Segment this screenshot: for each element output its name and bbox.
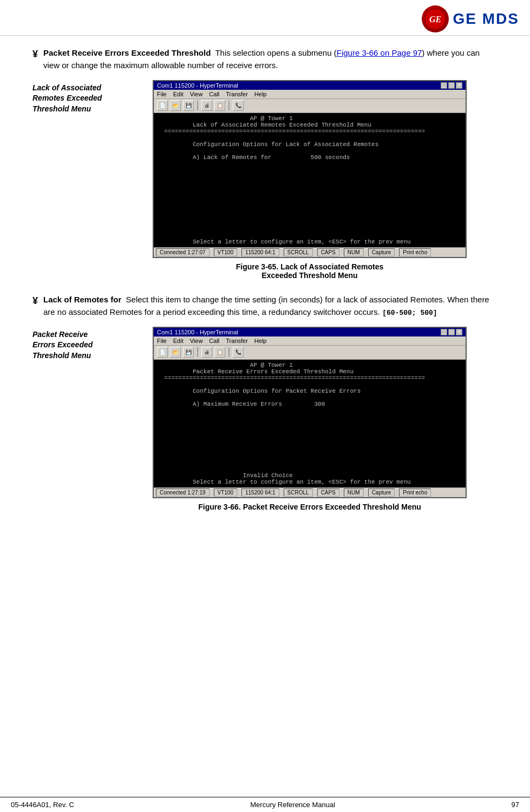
figure-link[interactable]: Figure 3-66 on Page 97 [337, 48, 422, 57]
figure-caption-1: Figure 3-65. Lack of Associated RemotesE… [236, 262, 384, 280]
status-capture-2: Capture [368, 488, 395, 497]
status-num-2: NUM [344, 488, 364, 497]
bullet-symbol: ¥ [32, 47, 38, 72]
terminal-toolbar-2: 📄 📂 💾 🖨 📋 📞 [154, 346, 466, 360]
terminal-menubar-2: File Edit View Call Transfer Help [154, 336, 466, 346]
section1-terminal-area: Com1 115200 - HyperTerminal _ □ ✕ File E… [122, 80, 498, 285]
status-baud-1: 115200 64:1 [241, 248, 279, 256]
toolbar-btn-new-2[interactable]: 📄 [157, 347, 168, 358]
menu-edit-2[interactable]: Edit [173, 338, 184, 344]
status-baud-2: 115200 64:1 [241, 488, 279, 497]
toolbar-btn-open[interactable]: 📂 [170, 100, 181, 111]
terminal-titlebar-2: Com1 115200 - HyperTerminal _ □ ✕ [154, 328, 466, 336]
toolbar-btn-open-2[interactable]: 📂 [170, 347, 181, 358]
maximize-btn-2[interactable]: □ [448, 329, 455, 335]
close-btn-1[interactable]: ✕ [456, 82, 462, 89]
terminal-title-2: Com1 115200 - HyperTerminal [157, 329, 238, 335]
main-content: ¥ Packet Receive Errors Exceeded Thresho… [0, 41, 530, 530]
svg-text:GE: GE [429, 15, 441, 24]
minimize-btn-1[interactable]: _ [441, 82, 447, 89]
status-connected-1: Connected 1:27:07 [156, 248, 210, 256]
status-caps-2: CAPS [317, 488, 339, 497]
footer-left: 05-4446A01, Rev. C [11, 801, 74, 809]
section2: Packet ReceiveErrors ExceededThreshold M… [32, 327, 498, 517]
terminal-toolbar-1: 📄 📂 💾 🖨 📋 📞 [154, 99, 466, 113]
terminal-window-1: Com1 115200 - HyperTerminal _ □ ✕ File E… [153, 80, 467, 258]
status-vt-1: VT100 [214, 248, 237, 256]
toolbar-btn-print[interactable]: 🖨 [201, 100, 212, 111]
lack-of-remotes-description: ¥ Lack of Remotes for Select this item t… [32, 293, 498, 319]
terminal-window-2: Com1 115200 - HyperTerminal _ □ ✕ File E… [153, 327, 467, 498]
toolbar-sep-4 [228, 347, 230, 357]
terminal-titlebar-1: Com1 115200 - HyperTerminal _ □ ✕ [154, 81, 466, 90]
menu-file-1[interactable]: File [157, 91, 167, 97]
terminal-title-1: Com1 115200 - HyperTerminal [157, 82, 238, 89]
toolbar-sep-3 [197, 347, 198, 357]
page-header: GE GE MDS [0, 0, 530, 36]
menu-transfer-1[interactable]: Transfer [226, 91, 248, 97]
menu-view-2[interactable]: View [190, 338, 203, 344]
status-printecho-1: Print echo [399, 248, 431, 256]
status-connected-2: Connected 1:27:19 [156, 488, 210, 497]
status-scroll-1: SCROLL [284, 248, 313, 256]
menu-help-1[interactable]: Help [254, 91, 267, 97]
minimize-btn-2[interactable]: _ [441, 329, 447, 335]
titlebar-controls-2[interactable]: _ □ ✕ [441, 329, 462, 335]
menu-view-1[interactable]: View [190, 91, 203, 97]
toolbar-btn-print-2[interactable]: 🖨 [201, 347, 212, 358]
menu-edit-1[interactable]: Edit [173, 91, 184, 97]
footer-center: Mercury Reference Manual [250, 801, 335, 809]
toolbar-btn-new[interactable]: 📄 [157, 100, 168, 111]
toolbar-btn-save[interactable]: 💾 [183, 100, 194, 111]
menu-call-2[interactable]: Call [209, 338, 219, 344]
status-caps-1: CAPS [317, 248, 339, 256]
bullet-symbol-2: ¥ [32, 294, 38, 319]
section1-side-label: Lack of AssociatedRemotes ExceededThresh… [32, 80, 122, 115]
toolbar-btn-copy[interactable]: 📋 [214, 100, 225, 111]
status-vt-2: VT100 [214, 488, 237, 497]
maximize-btn-1[interactable]: □ [448, 82, 455, 89]
status-scroll-2: SCROLL [284, 488, 313, 497]
terminal-statusbar-2: Connected 1:27:19 VT100 115200 64:1 SCRO… [154, 487, 466, 497]
bullet-label: Packet Receive Errors Exceeded Threshold [43, 48, 211, 57]
menu-file-2[interactable]: File [157, 338, 167, 344]
menu-help-2[interactable]: Help [254, 338, 267, 344]
range-value: [60-500; 500] [382, 309, 437, 317]
terminal-menubar-1: File Edit View Call Transfer Help [154, 90, 466, 99]
terminal-screen-2: AP @ Tower 1 Packet Receive Errors Excee… [154, 360, 466, 487]
section2-terminal-area: Com1 115200 - HyperTerminal _ □ ✕ File E… [122, 327, 498, 517]
terminal-statusbar-1: Connected 1:27:07 VT100 115200 64:1 SCRO… [154, 247, 466, 257]
item-key-label: Lack of Remotes for [43, 295, 121, 304]
close-btn-2[interactable]: ✕ [456, 329, 462, 335]
figure-caption-2: Figure 3-66. Packet Receive Errors Excee… [198, 503, 421, 511]
footer-right: 97 [512, 801, 519, 809]
logo-area: GE GE MDS [422, 5, 519, 32]
page-footer: 05-4446A01, Rev. C Mercury Reference Man… [0, 797, 530, 812]
status-printecho-2: Print echo [399, 488, 431, 497]
menu-transfer-2[interactable]: Transfer [226, 338, 248, 344]
lack-of-remotes-text: Lack of Remotes for Select this item to … [43, 293, 498, 319]
top-bullet-text: Packet Receive Errors Exceeded Threshold… [43, 47, 498, 72]
toolbar-btn-connect-2[interactable]: 📞 [233, 347, 244, 358]
section1: Lack of AssociatedRemotes ExceededThresh… [32, 80, 498, 285]
company-name: GE MDS [453, 10, 519, 28]
toolbar-sep-1 [197, 101, 198, 110]
toolbar-sep-2 [228, 101, 230, 110]
toolbar-btn-copy-2[interactable]: 📋 [214, 347, 225, 358]
titlebar-controls-1[interactable]: _ □ ✕ [441, 82, 462, 89]
top-bullet-item: ¥ Packet Receive Errors Exceeded Thresho… [32, 47, 498, 72]
toolbar-btn-save-2[interactable]: 💾 [183, 347, 194, 358]
section2-side-label: Packet ReceiveErrors ExceededThreshold M… [32, 327, 122, 361]
status-capture-1: Capture [368, 248, 395, 256]
ge-logo-icon: GE [422, 5, 449, 32]
status-num-1: NUM [344, 248, 364, 256]
terminal-screen-1: AP @ Tower 1 Lack of Associated Remotes … [154, 113, 466, 247]
toolbar-btn-connect[interactable]: 📞 [233, 100, 244, 111]
menu-call-1[interactable]: Call [209, 91, 219, 97]
